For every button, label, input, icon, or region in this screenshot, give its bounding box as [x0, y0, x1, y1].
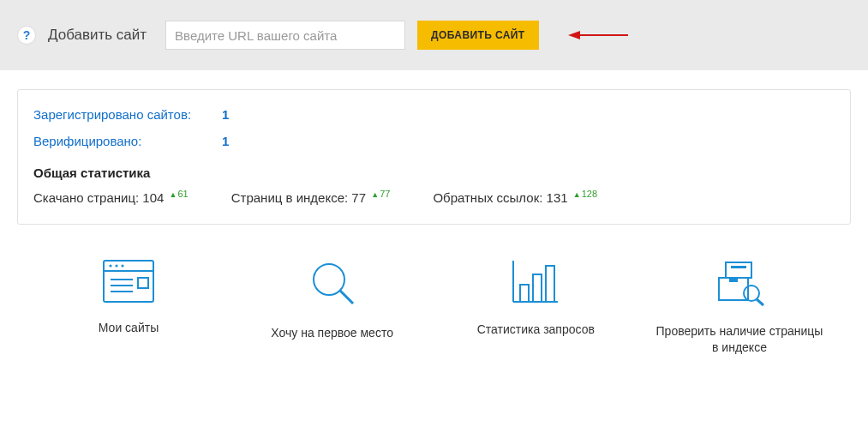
add-site-button[interactable]: ДОБАВИТЬ САЙТ — [417, 21, 539, 50]
metric-label: Обратных ссылок: — [433, 190, 542, 205]
tile-label: Хочу на первое место — [271, 325, 393, 341]
svg-rect-19 — [731, 266, 746, 268]
svg-rect-16 — [533, 274, 542, 302]
tile-label: Мои сайты — [99, 320, 159, 336]
tile-query-stats[interactable]: Статистика запросов — [450, 259, 621, 356]
svg-point-22 — [744, 286, 759, 301]
tile-label: Проверить наличие страницы в индексе — [654, 323, 825, 356]
svg-line-23 — [757, 299, 763, 305]
site-url-input[interactable] — [165, 21, 405, 50]
stat-value: 1 — [222, 134, 229, 148]
svg-point-6 — [121, 264, 123, 267]
nav-tiles: Мои сайты Хочу на первое место Статистик… — [43, 259, 825, 356]
svg-rect-21 — [729, 278, 738, 282]
metric-label: Скачано страниц: — [33, 190, 139, 205]
metric-value: 104 — [142, 190, 164, 205]
svg-rect-18 — [726, 262, 751, 278]
tile-label: Статистика запросов — [477, 322, 595, 338]
svg-rect-10 — [138, 278, 148, 288]
metrics-row: Скачано страниц: 104 61 Страниц в индекс… — [33, 189, 835, 205]
metric-delta: 61 — [170, 189, 189, 199]
svg-rect-15 — [520, 285, 529, 302]
stat-row: Верифицировано: 1 — [33, 134, 835, 148]
metric-delta: 128 — [573, 189, 597, 199]
svg-point-11 — [314, 264, 344, 295]
metric-label: Страниц в индексе: — [231, 190, 348, 205]
arrow-left-icon — [568, 29, 628, 41]
tile-check-index[interactable]: Проверить наличие страницы в индексе — [654, 259, 825, 356]
metric-backlinks: Обратных ссылок: 131 128 — [433, 189, 597, 205]
metric-delta: 77 — [371, 189, 390, 199]
metric-indexed-pages: Страниц в индексе: 77 77 — [231, 189, 391, 205]
stat-value: 1 — [222, 107, 229, 122]
add-site-panel: ? Добавить сайт ДОБАВИТЬ САЙТ — [0, 0, 868, 70]
browser-window-icon — [102, 259, 155, 306]
svg-marker-1 — [568, 31, 580, 39]
stat-label: Верифицировано: — [33, 134, 222, 148]
svg-line-12 — [340, 291, 353, 304]
stat-row: Зарегистрировано сайтов: 1 — [33, 107, 835, 122]
svg-point-4 — [109, 264, 111, 267]
add-site-label: Добавить сайт — [48, 27, 147, 44]
bar-chart-icon — [510, 259, 561, 308]
tile-my-sites[interactable]: Мои сайты — [43, 259, 214, 356]
tile-first-place[interactable]: Хочу на первое место — [247, 259, 418, 356]
magnifier-icon — [307, 259, 358, 311]
help-icon[interactable]: ? — [17, 26, 36, 45]
metric-value: 77 — [351, 190, 366, 205]
svg-rect-17 — [546, 266, 554, 302]
summary-card: Зарегистрировано сайтов: 1 Верифицирован… — [17, 89, 851, 225]
metric-downloaded-pages: Скачано страниц: 104 61 — [33, 189, 189, 205]
metric-value: 131 — [547, 190, 568, 205]
svg-point-5 — [115, 264, 117, 267]
stat-label: Зарегистрировано сайтов: — [33, 107, 222, 122]
archive-search-icon — [712, 259, 767, 310]
stats-heading: Общая статистика — [33, 165, 835, 180]
